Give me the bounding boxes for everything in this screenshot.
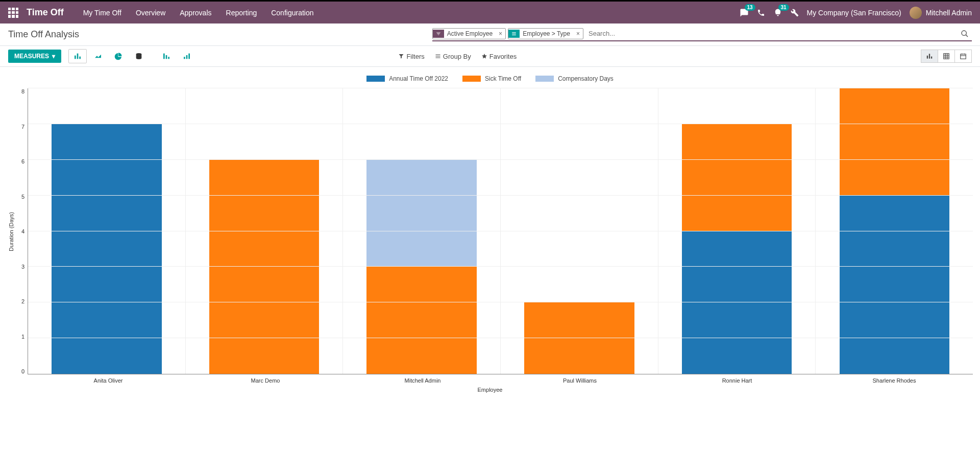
bar-segment[interactable] xyxy=(682,231,792,374)
bar-segment[interactable] xyxy=(840,88,949,196)
svg-rect-11 xyxy=(188,54,190,59)
bar-stack[interactable] xyxy=(524,302,634,374)
gridline xyxy=(28,231,973,231)
nav-reporting[interactable]: Reporting xyxy=(219,9,264,17)
sort-asc-button[interactable] xyxy=(178,49,196,63)
svg-rect-3 xyxy=(77,54,79,59)
y-axis-ticks: 876543210 xyxy=(15,88,28,374)
bar-segment[interactable] xyxy=(366,160,476,267)
y-tick: 8 xyxy=(21,88,24,94)
gridline xyxy=(28,302,973,302)
measures-button[interactable]: MEASURES ▾ xyxy=(8,50,61,63)
x-tick-label: Paul Williams xyxy=(501,374,658,384)
filter-facet-label: Active Employee xyxy=(444,29,496,39)
pivot-view-button[interactable] xyxy=(938,50,955,63)
y-tick: 4 xyxy=(21,228,24,234)
y-tick: 2 xyxy=(21,298,24,304)
svg-rect-14 xyxy=(931,57,932,59)
groupby-dropdown[interactable]: Group By xyxy=(435,53,471,60)
breadcrumb-search-row: Time Off Analysis Active Employee × Empl… xyxy=(0,23,980,46)
phone-icon[interactable] xyxy=(757,9,765,17)
x-axis-ticks: Anita OliverMarc DemoMitchell AdminPaul … xyxy=(30,374,973,384)
bar-column xyxy=(658,88,816,374)
bar-column xyxy=(501,88,658,374)
app-brand[interactable]: Time Off xyxy=(27,7,64,18)
groupby-facet: Employee > Type × xyxy=(508,28,583,39)
calendar-view-button[interactable] xyxy=(954,50,972,63)
pie-chart-mode-button[interactable] xyxy=(109,49,128,63)
filters-dropdown[interactable]: Filters xyxy=(398,53,424,60)
filter-facet-remove[interactable]: × xyxy=(496,30,505,37)
bar-segment[interactable] xyxy=(682,124,792,231)
user-menu[interactable]: Mitchell Admin xyxy=(910,7,972,19)
svg-rect-6 xyxy=(163,54,165,59)
activities-icon[interactable]: 31 xyxy=(773,8,782,17)
legend-swatch xyxy=(535,76,554,82)
bar-segment[interactable] xyxy=(366,267,476,374)
y-tick: 6 xyxy=(21,158,24,164)
svg-rect-13 xyxy=(929,54,930,58)
svg-rect-7 xyxy=(166,55,167,59)
legend-item[interactable]: Compensatory Days xyxy=(535,75,614,82)
gridline xyxy=(28,124,973,124)
legend-item[interactable]: Sick Time Off xyxy=(462,75,521,82)
bar-stack[interactable] xyxy=(366,160,476,374)
y-axis-label: Duration (Days) xyxy=(7,88,15,374)
bar-column xyxy=(186,88,344,374)
line-chart-mode-button[interactable] xyxy=(89,49,107,63)
x-tick-label: Ronnie Hart xyxy=(658,374,816,384)
bar-segment[interactable] xyxy=(524,302,634,374)
search-icon[interactable] xyxy=(958,30,972,38)
nav-overview[interactable]: Overview xyxy=(129,9,173,17)
bar-column xyxy=(28,88,186,374)
gridline xyxy=(28,88,973,88)
user-avatar-icon xyxy=(910,7,922,19)
nav-approvals[interactable]: Approvals xyxy=(173,9,218,17)
debug-icon[interactable] xyxy=(791,9,799,17)
x-tick-label: Sharlene Rhodes xyxy=(816,374,973,384)
x-axis-label: Employee xyxy=(7,387,973,393)
bar-stack[interactable] xyxy=(52,124,161,374)
sort-desc-button[interactable] xyxy=(157,49,176,63)
svg-line-1 xyxy=(966,35,968,37)
gridline xyxy=(28,266,973,267)
bar-column xyxy=(343,88,501,374)
y-tick: 0 xyxy=(21,368,24,374)
plot-area xyxy=(28,88,973,374)
bar-segment[interactable] xyxy=(209,160,319,374)
caret-down-icon: ▾ xyxy=(52,53,55,60)
favorites-dropdown[interactable]: Favorites xyxy=(481,53,517,60)
chart-legend: Annual Time Off 2022Sick Time OffCompens… xyxy=(7,72,973,88)
activities-badge: 31 xyxy=(778,4,789,11)
search-input[interactable] xyxy=(585,28,958,39)
bar-segment[interactable] xyxy=(52,124,161,374)
nav-my-time-off[interactable]: My Time Off xyxy=(76,9,129,17)
x-tick-label: Marc Demo xyxy=(187,374,344,384)
svg-rect-10 xyxy=(186,55,188,59)
bar-stack[interactable] xyxy=(840,88,949,374)
svg-rect-20 xyxy=(961,54,966,59)
svg-rect-2 xyxy=(75,56,76,59)
bar-segment[interactable] xyxy=(840,196,949,374)
svg-rect-12 xyxy=(927,56,928,59)
svg-rect-4 xyxy=(79,57,81,59)
stacked-mode-button[interactable] xyxy=(130,49,148,63)
bar-stack[interactable] xyxy=(682,124,792,374)
chart-container: Annual Time Off 2022Sick Time OffCompens… xyxy=(0,67,980,393)
y-tick: 5 xyxy=(21,194,24,200)
x-tick-label: Mitchell Admin xyxy=(344,374,501,384)
x-tick-label: Anita Oliver xyxy=(30,374,187,384)
company-selector[interactable]: My Company (San Francisco) xyxy=(807,9,901,17)
apps-launcher-icon[interactable] xyxy=(8,8,18,18)
messages-icon[interactable]: 13 xyxy=(740,8,749,17)
bar-chart-mode-button[interactable] xyxy=(68,49,87,63)
filter-icon xyxy=(433,30,444,38)
groupby-facet-remove[interactable]: × xyxy=(573,30,583,37)
groupby-facet-label: Employee > Type xyxy=(520,29,573,39)
nav-configuration[interactable]: Configuration xyxy=(264,9,321,17)
graph-view-button[interactable] xyxy=(921,50,938,63)
legend-item[interactable]: Annual Time Off 2022 xyxy=(366,75,448,82)
legend-label: Sick Time Off xyxy=(485,75,521,82)
bar-stack[interactable] xyxy=(209,160,319,374)
gridline xyxy=(28,195,973,196)
